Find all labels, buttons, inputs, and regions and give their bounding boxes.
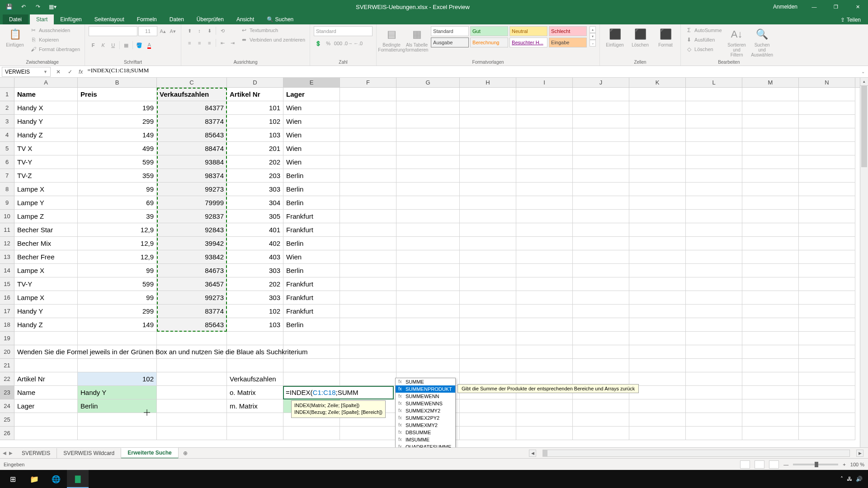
cell[interactable]: Lampe Y — [14, 196, 78, 210]
align-top-icon[interactable]: ⬆ — [185, 26, 194, 35]
cell[interactable] — [573, 237, 629, 250]
cell[interactable]: 303 — [227, 264, 283, 277]
cell[interactable]: 99 — [78, 291, 157, 305]
zoom-slider[interactable] — [793, 464, 838, 465]
cell[interactable] — [799, 264, 855, 277]
cell[interactable] — [460, 169, 516, 183]
cell[interactable] — [573, 359, 629, 372]
cell[interactable]: Becher Free — [14, 250, 78, 264]
cell[interactable] — [516, 142, 573, 155]
cell[interactable]: TV-Y — [14, 155, 78, 169]
cell[interactable] — [573, 250, 629, 264]
horizontal-scrollbar[interactable] — [542, 450, 850, 457]
cell[interactable] — [686, 264, 742, 277]
cell[interactable] — [573, 305, 629, 318]
row-header[interactable]: 3 — [0, 115, 14, 128]
cell[interactable] — [799, 345, 855, 359]
cell[interactable] — [340, 372, 396, 386]
cell[interactable] — [396, 318, 460, 332]
merge-center-button[interactable]: ⬌Verbinden und zentrieren — [240, 36, 306, 44]
cell[interactable] — [78, 427, 157, 440]
col-header[interactable]: C — [157, 78, 227, 87]
col-header[interactable]: F — [340, 78, 396, 87]
cell[interactable] — [340, 318, 396, 332]
row-header[interactable]: 16 — [0, 291, 14, 305]
cell[interactable] — [157, 359, 227, 372]
function-suggestion[interactable]: fxSUMMEX2MY2 — [396, 407, 455, 414]
formula-bar-input[interactable]: =INDEX(C1:C18;SUMM — [85, 67, 858, 77]
cell[interactable] — [629, 291, 686, 305]
cell[interactable] — [573, 183, 629, 196]
redo-icon[interactable]: ↷ — [33, 1, 43, 12]
cell[interactable]: Becher Star — [14, 223, 78, 237]
cell[interactable] — [742, 237, 799, 250]
cell[interactable] — [516, 250, 573, 264]
cell[interactable]: 99 — [78, 264, 157, 277]
cell[interactable] — [460, 142, 516, 155]
cell[interactable] — [686, 223, 742, 237]
clear-button[interactable]: ◇Löschen — [684, 45, 723, 53]
cell[interactable] — [340, 359, 396, 372]
cell[interactable] — [516, 88, 573, 101]
cell[interactable] — [629, 223, 686, 237]
cell[interactable] — [14, 332, 78, 345]
cell[interactable] — [686, 359, 742, 372]
cell[interactable] — [516, 345, 573, 359]
cell[interactable]: 12,9 — [78, 237, 157, 250]
row-header[interactable]: 17 — [0, 305, 14, 318]
cell[interactable] — [686, 305, 742, 318]
tab-file[interactable]: Datei — [3, 14, 28, 24]
cell[interactable] — [629, 210, 686, 223]
cell[interactable] — [340, 291, 396, 305]
row-header[interactable]: 24 — [0, 399, 14, 413]
align-left-icon[interactable]: ≡ — [185, 38, 194, 47]
zoom-out-icon[interactable]: — — [783, 462, 788, 467]
cell[interactable] — [573, 142, 629, 155]
cell[interactable]: 99273 — [157, 291, 227, 305]
cell[interactable] — [340, 155, 396, 169]
number-format-select[interactable] — [314, 26, 373, 36]
cell[interactable] — [629, 318, 686, 332]
cell[interactable]: 402 — [227, 237, 283, 250]
row-header[interactable]: 13 — [0, 250, 14, 264]
cell[interactable]: Wenden Sie die Formel jeweils in der Grü… — [14, 345, 78, 359]
cell[interactable] — [573, 196, 629, 210]
fill-button[interactable]: ⬇Ausfüllen — [684, 36, 723, 44]
cell[interactable] — [460, 250, 516, 264]
cell[interactable] — [516, 305, 573, 318]
tab-layout[interactable]: Seitenlayout — [88, 14, 131, 24]
cell[interactable]: Berlin — [78, 399, 157, 413]
cell[interactable] — [686, 115, 742, 128]
cell[interactable] — [157, 386, 227, 399]
increase-font-icon[interactable]: A▴ — [158, 27, 167, 36]
cell[interactable]: Lampe X — [14, 264, 78, 277]
cell[interactable]: TV-Y — [14, 277, 78, 291]
align-middle-icon[interactable]: ↕ — [195, 26, 204, 35]
paste-button[interactable]: 📋Einfügen — [4, 26, 26, 48]
cell[interactable] — [629, 399, 686, 413]
font-size-select[interactable] — [138, 26, 157, 36]
touch-mode-icon[interactable]: ▦▾ — [47, 1, 58, 12]
cell[interactable] — [340, 223, 396, 237]
cell[interactable] — [460, 101, 516, 115]
cell[interactable] — [629, 169, 686, 183]
cell[interactable] — [283, 427, 340, 440]
col-header[interactable]: H — [460, 78, 516, 87]
cell[interactable] — [396, 359, 460, 372]
format-cells-button[interactable]: ⬛Format — [654, 26, 677, 48]
cell[interactable]: Verkaufszahlen — [227, 372, 283, 386]
cell[interactable]: 92843 — [157, 223, 227, 237]
cell[interactable] — [799, 210, 855, 223]
cell[interactable] — [340, 427, 396, 440]
sheet-tab-active[interactable]: Erweiterte Suche — [121, 448, 178, 459]
maximize-button[interactable]: ❐ — [826, 0, 846, 14]
cell[interactable] — [516, 155, 573, 169]
cut-button[interactable]: ✂Ausschneiden — [29, 26, 81, 34]
function-autocomplete-list[interactable]: fxSUMMEfxSUMMENPRODUKTfxSUMMEWENNfxSUMME… — [395, 378, 456, 451]
tray-volume-icon[interactable]: 🔊 — [856, 476, 863, 482]
cell[interactable] — [460, 399, 516, 413]
row-header[interactable]: 19 — [0, 332, 14, 345]
cell[interactable] — [516, 399, 573, 413]
expand-formula-bar-icon[interactable]: ⌄ — [858, 69, 868, 74]
cell[interactable] — [799, 413, 855, 427]
